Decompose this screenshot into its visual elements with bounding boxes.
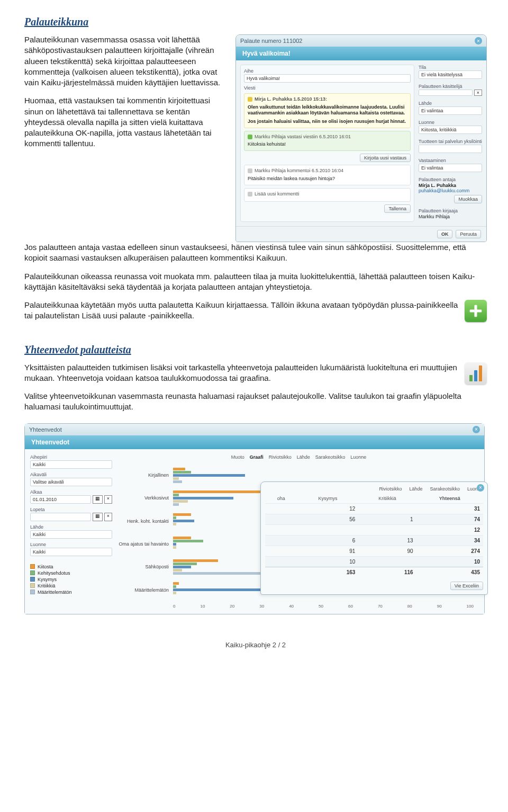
tila-select[interactable]: Ei vielä käsittelyssä (419, 70, 482, 79)
feedback-dialog-screenshot: Palaute numero 111002 × Hyvä valikoima! … (235, 34, 487, 242)
antaja-name: Mirja L. Puhakka (419, 183, 482, 188)
paragraph: Palauteikkunaa käytetään myös uutta pala… (24, 300, 459, 322)
calendar-icon[interactable]: ▦ (93, 513, 103, 521)
chart-tabs[interactable]: MuotoGraafiRiviotsikkoLähdeSarakeotsikko… (119, 454, 479, 460)
summary-table: ohaKysymysKritiikkiäYhteensä 12315617412… (265, 494, 483, 577)
message-body: Jos jostain haluaisi valittaa, niin se o… (248, 119, 407, 125)
clear-icon[interactable]: × (104, 513, 112, 521)
page-footer: Kaiku-pikaohje 2 / 2 (24, 641, 487, 649)
alkaa-date[interactable]: 01.01.2010 (30, 495, 91, 504)
vastaaminen-select[interactable]: Ei valintaa (419, 164, 482, 172)
svg-rect-1 (470, 310, 482, 313)
plus-icon[interactable] (465, 300, 487, 322)
tuotteen-label: Tuotteen tai palvelun yksilöinti (419, 139, 482, 144)
aihe-input[interactable]: Hyvä valikoima! (244, 74, 411, 83)
comment-icon (248, 192, 252, 197)
message-author: Mirja L. Puhakka 1.5.2010 15:13: (255, 96, 327, 103)
aihepiiri-label: Aihepiiri (30, 454, 112, 460)
tuotteen-input[interactable] (419, 145, 482, 153)
export-excel-button[interactable]: Vie Exceliin (450, 582, 483, 590)
chart-legend: KiitostaKehitysehdotusKysymysKritiikkiäM… (30, 564, 112, 595)
dialog-tab: Hyvä valikoima! (236, 47, 486, 60)
kasittelija-label: Palautteen käsittelijä (419, 84, 482, 89)
paragraph: Yksittäisten palautteiden tutkimisen lis… (24, 362, 459, 384)
comment-icon (248, 168, 252, 173)
viesti-label: Viesti (244, 85, 411, 91)
paragraph: Huomaa, että vastauksen tai kommentin ki… (24, 95, 226, 149)
lahde-label: Lähde (30, 524, 112, 530)
muokkaa-button[interactable]: Muokkaa (454, 195, 482, 203)
message-body: Olen vaikuttunut teidän leikkokukkavalik… (248, 104, 407, 117)
heading-yhteenvedot: Yhteenvedot palautteista (24, 344, 487, 356)
lahde-select[interactable]: Ei valintaa (419, 106, 482, 115)
heading-palauteikkuna: Palauteikkuna (24, 16, 487, 28)
luonne-select[interactable]: Kaikki (30, 548, 112, 556)
aihe-label: Aihe (244, 68, 411, 74)
antaja-email-link[interactable]: puhakka@luukku.comm (419, 188, 482, 193)
message-body: Kiitoksia kehuista! (248, 141, 407, 148)
dialog-title: Yhteenvedot (29, 426, 62, 433)
new-reply-button[interactable]: Kirjoita uusi vastaus (360, 154, 411, 162)
new-comment-label[interactable]: Lisää uusi kommentti (255, 191, 300, 198)
paragraph: Palauteikkunan vasemmassa osassa voit lä… (24, 34, 226, 88)
luonne-label: Luonne (30, 542, 112, 547)
lahde-label: Lähde (419, 101, 482, 106)
luonne-select[interactable]: Kiitosta, kritiikkiä (419, 126, 482, 134)
summary-dialog-screenshot: Yhteenvedot × Yhteenvedot AihepiiriKaikk… (24, 423, 487, 614)
calendar-icon[interactable]: ▦ (93, 495, 103, 504)
aihepiiri-select[interactable]: Kaikki (30, 460, 112, 469)
clear-icon[interactable]: × (474, 90, 482, 96)
vastaaminen-label: Vastaaminen (419, 158, 482, 163)
lahde-select[interactable]: Kaikki (30, 530, 112, 539)
kirjaaja-label: Palautteen kirjaaja (419, 208, 482, 213)
tila-label: Tila (419, 65, 482, 70)
tallenna-button[interactable]: Tallenna (384, 204, 411, 213)
reply-icon (248, 135, 252, 139)
close-icon[interactable]: × (475, 37, 482, 44)
paragraph: Palauteikkunan oikeassa reunassa voit mu… (24, 271, 487, 293)
clear-icon[interactable]: × (104, 495, 112, 504)
x-axis: 0102030405060708090100 (173, 604, 479, 609)
antaja-label: Palautteen antaja (419, 177, 482, 182)
luonne-label: Luonne (419, 120, 482, 125)
message-body: Pitäisikö meidän laskea ruusujen hintoja… (248, 176, 407, 182)
kirjaaja-value: Markku Pihlaja (419, 214, 482, 219)
message-author: Markku Pihlaja kommentoi 6.5.2010 16:04 (255, 168, 343, 174)
summary-table-overlay: × RiviotsikkoLähdeSarakeotsikkoLuonne oh… (260, 481, 488, 595)
alkaa-label: Alkaa (30, 489, 112, 495)
lopeta-label: Lopeta (30, 507, 112, 512)
message-icon (248, 97, 252, 102)
aikavali-select[interactable]: Valitse aikaväli (30, 478, 112, 486)
lopeta-date[interactable] (30, 513, 91, 521)
close-icon[interactable]: × (473, 426, 480, 433)
message-author: Markku Pihlaja vastasi viestiin 6.5.2010… (255, 134, 351, 140)
chart-icon[interactable] (465, 362, 487, 385)
dialog-tab: Yhteenvedot (25, 435, 484, 449)
paragraph: Valitse yhteenvetoikkunan vasemmasta reu… (24, 391, 487, 413)
kasittelija-input[interactable] (419, 90, 473, 96)
aikavali-label: Aikaväli (30, 472, 112, 477)
dialog-title: Palaute numero 111002 (240, 38, 302, 44)
peruuta-button[interactable]: Peruuta (456, 230, 481, 238)
paragraph: Jos palautteen antaja vastaa edelleen si… (24, 242, 487, 264)
close-icon[interactable]: × (477, 484, 484, 492)
ok-button[interactable]: OK (437, 230, 453, 238)
